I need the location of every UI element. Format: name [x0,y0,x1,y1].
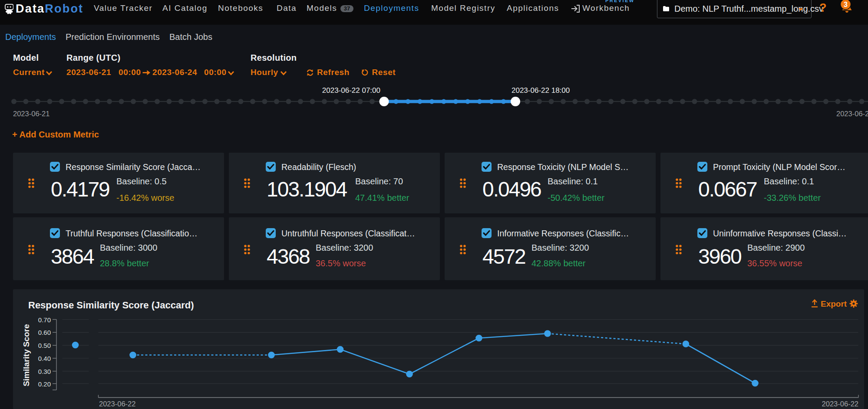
svg-text:3: 3 [844,1,848,8]
